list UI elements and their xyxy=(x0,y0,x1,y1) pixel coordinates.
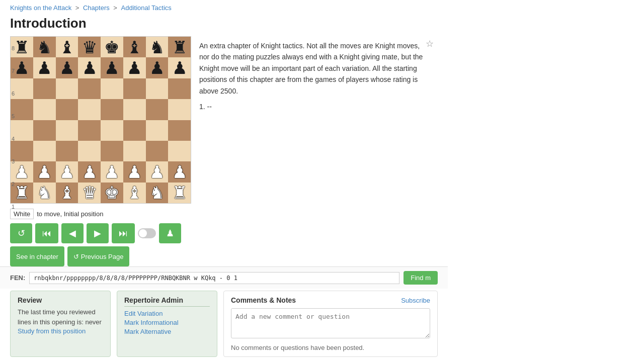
square-5-5[interactable] xyxy=(123,141,146,161)
reset-button[interactable]: ↺ xyxy=(10,223,32,243)
square-3-7[interactable] xyxy=(168,99,191,120)
square-5-0[interactable] xyxy=(11,141,33,161)
breadcrumb-link-1[interactable]: Knights on the Attack xyxy=(10,4,71,12)
square-6-3[interactable]: ♟ xyxy=(78,161,101,182)
piece-bP-1-3: ♟ xyxy=(82,59,97,76)
controls-bar: ↺ ⏮ ◀ ▶ ⏭ ♟ See in chapter ↺ Previous Pa… xyxy=(10,223,191,266)
square-0-0[interactable]: ♜ xyxy=(11,37,33,57)
square-7-2[interactable]: ♝ xyxy=(56,183,78,203)
piece-wP-6-5: ♟ xyxy=(127,163,142,180)
square-7-6[interactable]: ♞ xyxy=(146,183,169,203)
page-title: Introduction xyxy=(0,14,448,36)
chess-board[interactable]: ♜♞♝♛♚♝♞♜♟♟♟♟♟♟♟♟♟♟♟♟♟♟♟♟♜♞♝♛♚♝♞♜ xyxy=(11,37,191,203)
square-6-2[interactable]: ♟ xyxy=(56,161,78,182)
square-4-3[interactable] xyxy=(78,120,101,141)
square-7-4[interactable]: ♚ xyxy=(101,183,123,203)
square-4-1[interactable] xyxy=(33,120,56,141)
square-5-3[interactable] xyxy=(78,141,101,161)
square-0-3[interactable]: ♛ xyxy=(78,37,101,57)
square-2-4[interactable] xyxy=(101,78,123,99)
content-area: ♜♞♝♛♚♝♞♜♟♟♟♟♟♟♟♟♟♟♟♟♟♟♟♟♜♞♝♛♚♝♞♜ 8 7 6 5… xyxy=(0,36,448,266)
square-6-6[interactable]: ♟ xyxy=(146,161,169,182)
square-3-0[interactable] xyxy=(11,99,33,120)
chess-board-container: ♜♞♝♛♚♝♞♜♟♟♟♟♟♟♟♟♟♟♟♟♟♟♟♟♜♞♝♛♚♝♞♜ 8 7 6 5… xyxy=(10,36,191,204)
square-2-2[interactable] xyxy=(56,78,78,99)
square-1-0[interactable]: ♟ xyxy=(11,57,33,78)
square-0-5[interactable]: ♝ xyxy=(123,37,146,57)
square-4-4[interactable] xyxy=(101,120,123,141)
mark-alternative-link[interactable]: Mark Alternative xyxy=(124,328,210,335)
square-4-0[interactable] xyxy=(11,120,33,141)
square-4-5[interactable] xyxy=(123,120,146,141)
bottom-panels: Review The last time you reviewed lines … xyxy=(0,291,448,362)
square-7-1[interactable]: ♞ xyxy=(33,183,56,203)
square-2-7[interactable] xyxy=(168,78,191,99)
square-7-7[interactable]: ♜ xyxy=(168,183,191,203)
square-6-7[interactable]: ♟ xyxy=(168,161,191,182)
square-3-1[interactable] xyxy=(33,99,56,120)
switch[interactable] xyxy=(138,228,156,238)
square-6-0[interactable]: ♟ xyxy=(11,161,33,182)
square-1-3[interactable]: ♟ xyxy=(78,57,101,78)
square-1-5[interactable]: ♟ xyxy=(123,57,146,78)
square-5-4[interactable] xyxy=(101,141,123,161)
study-link[interactable]: Study from this position xyxy=(18,327,86,335)
admin-panel: Repertoire Admin Edit Variation Mark Inf… xyxy=(117,291,217,357)
square-4-7[interactable] xyxy=(168,120,191,141)
square-0-1[interactable]: ♞ xyxy=(33,37,56,57)
square-2-3[interactable] xyxy=(78,78,101,99)
prev-move-button[interactable]: ◀ xyxy=(61,223,84,243)
square-7-0[interactable]: ♜ xyxy=(11,183,33,203)
square-1-4[interactable]: ♟ xyxy=(101,57,123,78)
square-5-2[interactable] xyxy=(56,141,78,161)
piece-bP-1-1: ♟ xyxy=(37,59,52,76)
square-1-7[interactable]: ♟ xyxy=(168,57,191,78)
previous-page-button[interactable]: ↺ Previous Page xyxy=(67,246,130,266)
square-5-1[interactable] xyxy=(33,141,56,161)
square-5-6[interactable] xyxy=(146,141,169,161)
square-1-2[interactable]: ♟ xyxy=(56,57,78,78)
square-4-6[interactable] xyxy=(146,120,169,141)
square-0-6[interactable]: ♞ xyxy=(146,37,169,57)
piece-bP-1-5: ♟ xyxy=(127,59,142,76)
next-move-button[interactable]: ▶ xyxy=(87,223,109,243)
square-3-6[interactable] xyxy=(146,99,169,120)
square-6-4[interactable]: ♟ xyxy=(101,161,123,182)
mark-informational-link[interactable]: Mark Informational xyxy=(124,319,210,326)
see-in-chapter-button[interactable]: See in chapter xyxy=(10,246,64,266)
square-6-5[interactable]: ♟ xyxy=(123,161,146,182)
square-2-1[interactable] xyxy=(33,78,56,99)
right-panel[interactable]: ☆ An extra chapter of Knight tactics. No… xyxy=(199,36,438,247)
square-7-5[interactable]: ♝ xyxy=(123,183,146,203)
square-0-4[interactable]: ♚ xyxy=(101,37,123,57)
breadcrumb-link-2[interactable]: Chapters xyxy=(83,4,110,12)
find-button[interactable]: Find m xyxy=(404,271,438,285)
subscribe-button[interactable]: Subscribe xyxy=(401,297,430,304)
square-3-2[interactable] xyxy=(56,99,78,120)
square-0-2[interactable]: ♝ xyxy=(56,37,78,57)
square-3-3[interactable] xyxy=(78,99,101,120)
square-6-1[interactable]: ♟ xyxy=(33,161,56,182)
intro-text: An extra chapter of Knight tactics. Not … xyxy=(199,40,438,97)
toggle-switch[interactable] xyxy=(138,228,156,238)
square-1-1[interactable]: ♟ xyxy=(33,57,56,78)
star-button[interactable]: ☆ xyxy=(426,38,434,49)
last-move-button[interactable]: ⏭ xyxy=(112,223,135,243)
square-3-4[interactable] xyxy=(101,99,123,120)
fen-input[interactable] xyxy=(29,272,399,284)
first-move-button[interactable]: ⏮ xyxy=(35,223,58,243)
square-4-2[interactable] xyxy=(56,120,78,141)
square-2-6[interactable] xyxy=(146,78,169,99)
square-1-6[interactable]: ♟ xyxy=(146,57,169,78)
square-5-7[interactable] xyxy=(168,141,191,161)
square-3-5[interactable] xyxy=(123,99,146,120)
edit-variation-link[interactable]: Edit Variation xyxy=(124,310,210,317)
square-2-0[interactable] xyxy=(11,78,33,99)
board-icon-button[interactable]: ♟ xyxy=(159,223,181,243)
comment-input[interactable] xyxy=(231,308,430,338)
breadcrumb-link-3[interactable]: Additional Tactics xyxy=(121,4,172,12)
square-0-7[interactable]: ♜ xyxy=(168,37,191,57)
square-2-5[interactable] xyxy=(123,78,146,99)
square-7-3[interactable]: ♛ xyxy=(78,183,101,203)
switch-knob xyxy=(139,229,147,237)
